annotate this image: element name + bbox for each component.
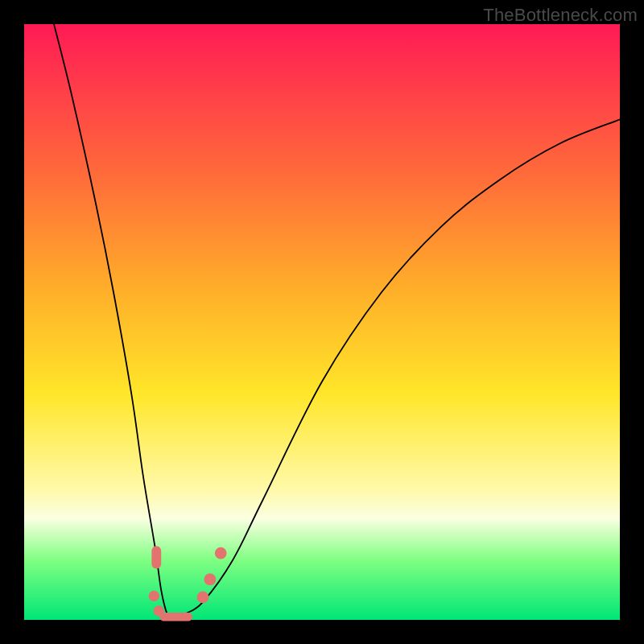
curve-right-branch — [173, 119, 620, 620]
chart-frame: TheBottleneck.com — [0, 0, 644, 644]
chart-svg — [24, 24, 620, 620]
plot-area — [24, 24, 620, 620]
data-marker — [215, 547, 227, 559]
data-marker — [197, 591, 209, 603]
data-marker — [204, 573, 216, 585]
data-marker — [159, 613, 192, 621]
data-marker — [149, 591, 159, 601]
watermark-text: TheBottleneck.com — [483, 5, 638, 26]
curve-left-branch — [54, 24, 173, 620]
data-marker — [151, 546, 161, 568]
